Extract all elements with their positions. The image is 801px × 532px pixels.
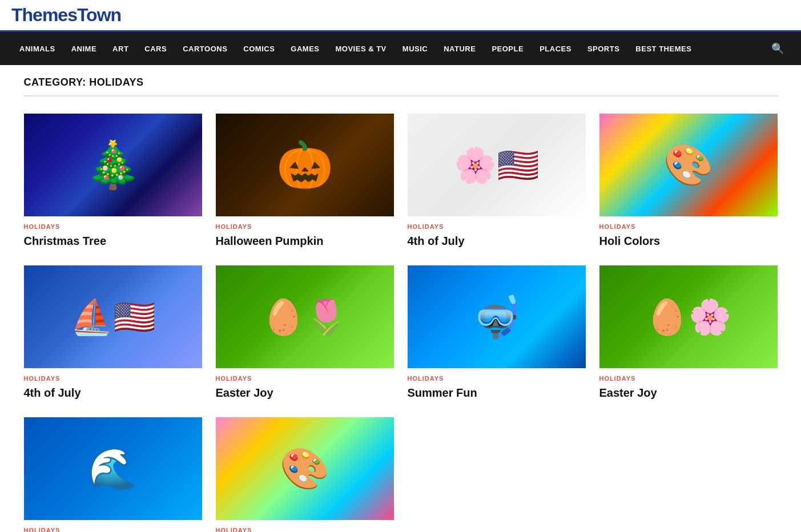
card-image-underwater bbox=[24, 417, 202, 520]
card-category-easter-joy-2: HOLIDAYS bbox=[599, 375, 778, 382]
card-image-halloween-pumpkin bbox=[216, 114, 394, 216]
nav-item-nature[interactable]: NATURE bbox=[436, 34, 484, 63]
nav-item-people[interactable]: PEOPLE bbox=[484, 34, 532, 63]
nav-item-places[interactable]: PLACES bbox=[532, 34, 579, 63]
nav-item-cars[interactable]: CARS bbox=[136, 34, 175, 63]
card-image-colorful bbox=[216, 417, 394, 520]
card-category-4th-of-july-2: HOLIDAYS bbox=[24, 375, 202, 382]
card-4th-of-july-1[interactable]: HOLIDAYS4th of July bbox=[408, 114, 586, 248]
card-category-underwater: HOLIDAYS bbox=[24, 527, 202, 532]
nav-item-comics[interactable]: COMICS bbox=[235, 34, 283, 63]
card-halloween-pumpkin[interactable]: HOLIDAYSHalloween Pumpkin bbox=[216, 114, 394, 248]
card-category-halloween-pumpkin: HOLIDAYS bbox=[216, 223, 394, 230]
card-category-christmas-tree: HOLIDAYS bbox=[24, 223, 202, 230]
nav-item-animals[interactable]: ANIMALS bbox=[11, 34, 63, 63]
card-category-4th-of-july-1: HOLIDAYS bbox=[408, 223, 586, 230]
card-colorful[interactable]: HOLIDAYSHoli Colors bbox=[216, 417, 394, 532]
nav-item-art[interactable]: ART bbox=[104, 34, 136, 63]
card-title-easter-joy-2: Easter Joy bbox=[599, 385, 778, 400]
nav-item-sports[interactable]: SPORTS bbox=[579, 34, 627, 63]
card-title-holi-colors: Holi Colors bbox=[599, 233, 778, 248]
card-image-holi-colors bbox=[599, 114, 778, 216]
card-image-4th-of-july-2 bbox=[24, 265, 202, 368]
card-summer-fun[interactable]: HOLIDAYSSummer Fun bbox=[408, 265, 586, 400]
nav-item-games[interactable]: GAMES bbox=[283, 34, 327, 63]
category-heading: CATEGORY: HOLIDAYS bbox=[24, 76, 778, 96]
card-underwater[interactable]: HOLIDAYSSummer Fun bbox=[24, 417, 202, 532]
card-title-halloween-pumpkin: Halloween Pumpkin bbox=[216, 233, 394, 248]
card-title-4th-of-july-2: 4th of July bbox=[24, 385, 202, 400]
card-image-summer-fun bbox=[408, 265, 586, 368]
card-title-christmas-tree: Christmas Tree bbox=[24, 233, 202, 248]
card-image-easter-joy-2 bbox=[599, 265, 778, 368]
site-logo[interactable]: ThemesTown bbox=[11, 5, 790, 26]
card-easter-joy-2[interactable]: HOLIDAYSEaster Joy bbox=[599, 265, 778, 400]
logo-bar: ThemesTown bbox=[0, 0, 801, 32]
card-4th-of-july-2[interactable]: HOLIDAYS4th of July bbox=[24, 265, 202, 400]
card-christmas-tree[interactable]: HOLIDAYSChristmas Tree bbox=[24, 114, 202, 248]
cards-grid: HOLIDAYSChristmas TreeHOLIDAYSHalloween … bbox=[24, 114, 778, 532]
card-title-4th-of-july-1: 4th of July bbox=[408, 233, 586, 248]
card-category-summer-fun: HOLIDAYS bbox=[408, 375, 586, 382]
card-holi-colors[interactable]: HOLIDAYSHoli Colors bbox=[599, 114, 778, 248]
nav-item-best-themes[interactable]: BEST THEMES bbox=[627, 34, 699, 63]
card-category-holi-colors: HOLIDAYS bbox=[599, 223, 778, 230]
nav-item-music[interactable]: MUSIC bbox=[395, 34, 436, 63]
card-image-christmas-tree bbox=[24, 114, 202, 216]
card-category-colorful: HOLIDAYS bbox=[216, 527, 394, 532]
card-image-4th-of-july-1 bbox=[408, 114, 586, 216]
card-easter-joy-1[interactable]: HOLIDAYSEaster Joy bbox=[216, 265, 394, 400]
nav-item-anime[interactable]: ANIME bbox=[63, 34, 104, 63]
card-title-easter-joy-1: Easter Joy bbox=[216, 385, 394, 400]
nav-item-movies---tv[interactable]: MOVIES & TV bbox=[328, 34, 395, 63]
search-icon[interactable]: 🔍 bbox=[766, 32, 790, 65]
page-content: CATEGORY: HOLIDAYS HOLIDAYSChristmas Tre… bbox=[13, 65, 789, 532]
nav-item-cartoons[interactable]: CARTOONS bbox=[175, 34, 235, 63]
card-title-summer-fun: Summer Fun bbox=[408, 385, 586, 400]
card-category-easter-joy-1: HOLIDAYS bbox=[216, 375, 394, 382]
card-image-easter-joy-1 bbox=[216, 265, 394, 368]
main-nav: ANIMALSANIMEARTCARSCARTOONSCOMICSGAMESMO… bbox=[0, 32, 801, 65]
